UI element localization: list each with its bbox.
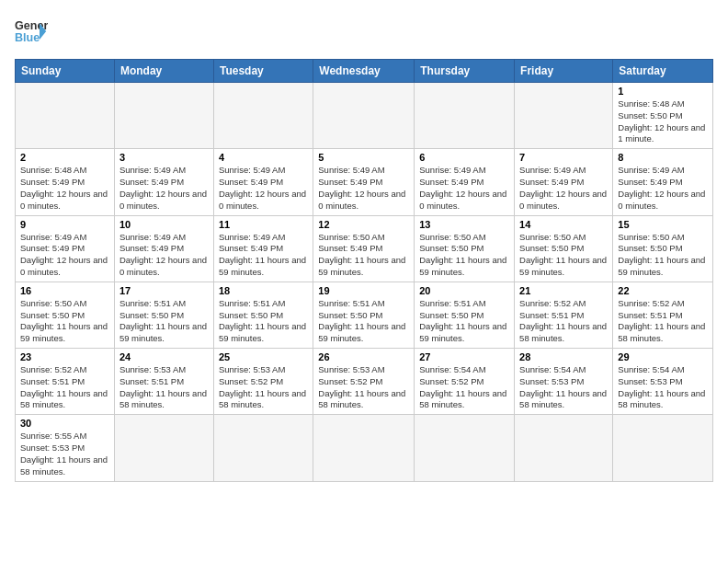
day-info: Sunrise: 5:52 AM Sunset: 5:51 PM Dayligh… xyxy=(519,298,608,345)
calendar-day-cell xyxy=(415,83,515,149)
calendar-day-cell: 27Sunrise: 5:54 AM Sunset: 5:52 PM Dayli… xyxy=(415,349,515,415)
day-info: Sunrise: 5:50 AM Sunset: 5:50 PM Dayligh… xyxy=(618,232,708,279)
calendar-day-cell xyxy=(213,415,313,481)
day-info: Sunrise: 5:51 AM Sunset: 5:50 PM Dayligh… xyxy=(318,298,409,345)
calendar-day-cell: 30Sunrise: 5:55 AM Sunset: 5:53 PM Dayli… xyxy=(16,415,115,481)
day-info: Sunrise: 5:55 AM Sunset: 5:53 PM Dayligh… xyxy=(20,431,109,477)
calendar-day-cell: 5Sunrise: 5:49 AM Sunset: 5:49 PM Daylig… xyxy=(313,149,415,215)
calendar-day-cell: 10Sunrise: 5:49 AM Sunset: 5:49 PM Dayli… xyxy=(114,215,213,282)
day-number: 18 xyxy=(219,285,308,296)
calendar-week-row: 16Sunrise: 5:50 AM Sunset: 5:50 PM Dayli… xyxy=(16,282,713,348)
day-info: Sunrise: 5:49 AM Sunset: 5:49 PM Dayligh… xyxy=(119,232,209,279)
day-info: Sunrise: 5:49 AM Sunset: 5:49 PM Dayligh… xyxy=(219,165,308,212)
day-info: Sunrise: 5:53 AM Sunset: 5:52 PM Dayligh… xyxy=(318,364,409,411)
calendar-day-cell: 20Sunrise: 5:51 AM Sunset: 5:50 PM Dayli… xyxy=(415,282,515,348)
day-info: Sunrise: 5:48 AM Sunset: 5:49 PM Dayligh… xyxy=(20,165,109,212)
day-info: Sunrise: 5:50 AM Sunset: 5:49 PM Dayligh… xyxy=(318,232,409,279)
day-number: 19 xyxy=(318,285,409,296)
day-info: Sunrise: 5:49 AM Sunset: 5:49 PM Dayligh… xyxy=(20,232,109,279)
day-info: Sunrise: 5:49 AM Sunset: 5:49 PM Dayligh… xyxy=(318,165,409,212)
day-info: Sunrise: 5:52 AM Sunset: 5:51 PM Dayligh… xyxy=(20,364,109,411)
weekday-header-cell: Wednesday xyxy=(313,60,415,83)
day-number: 16 xyxy=(20,285,109,296)
day-number: 17 xyxy=(119,285,209,296)
day-number: 22 xyxy=(618,285,708,296)
day-number: 30 xyxy=(20,418,109,429)
calendar-day-cell xyxy=(114,415,213,481)
calendar-week-row: 1Sunrise: 5:48 AM Sunset: 5:50 PM Daylig… xyxy=(16,83,713,149)
calendar-week-row: 30Sunrise: 5:55 AM Sunset: 5:53 PM Dayli… xyxy=(16,415,713,481)
calendar-day-cell xyxy=(313,83,415,149)
svg-text:Blue: Blue xyxy=(15,31,40,44)
weekday-header-cell: Thursday xyxy=(415,60,515,83)
calendar-day-cell: 14Sunrise: 5:50 AM Sunset: 5:50 PM Dayli… xyxy=(515,215,613,282)
day-info: Sunrise: 5:49 AM Sunset: 5:49 PM Dayligh… xyxy=(219,232,308,279)
day-number: 1 xyxy=(618,86,708,97)
calendar-day-cell xyxy=(515,83,613,149)
day-number: 13 xyxy=(419,219,509,230)
calendar-day-cell xyxy=(16,83,115,149)
calendar-day-cell: 25Sunrise: 5:53 AM Sunset: 5:52 PM Dayli… xyxy=(213,349,313,415)
calendar-day-cell: 6Sunrise: 5:49 AM Sunset: 5:49 PM Daylig… xyxy=(415,149,515,215)
logo-icon: General Blue xyxy=(15,15,48,48)
weekday-header-cell: Sunday xyxy=(16,60,115,83)
calendar-day-cell xyxy=(613,415,713,481)
weekday-header-cell: Tuesday xyxy=(213,60,313,83)
day-info: Sunrise: 5:54 AM Sunset: 5:52 PM Dayligh… xyxy=(419,364,509,411)
calendar-day-cell: 12Sunrise: 5:50 AM Sunset: 5:49 PM Dayli… xyxy=(313,215,415,282)
day-number: 24 xyxy=(119,351,209,362)
page-header: General Blue xyxy=(15,15,713,48)
day-number: 12 xyxy=(318,219,409,230)
calendar-week-row: 9Sunrise: 5:49 AM Sunset: 5:49 PM Daylig… xyxy=(16,215,713,282)
calendar-day-cell: 4Sunrise: 5:49 AM Sunset: 5:49 PM Daylig… xyxy=(213,149,313,215)
calendar-week-row: 2Sunrise: 5:48 AM Sunset: 5:49 PM Daylig… xyxy=(16,149,713,215)
calendar-day-cell: 3Sunrise: 5:49 AM Sunset: 5:49 PM Daylig… xyxy=(114,149,213,215)
calendar-day-cell xyxy=(313,415,415,481)
calendar-day-cell: 19Sunrise: 5:51 AM Sunset: 5:50 PM Dayli… xyxy=(313,282,415,348)
day-number: 8 xyxy=(618,152,708,163)
calendar-body: 1Sunrise: 5:48 AM Sunset: 5:50 PM Daylig… xyxy=(16,83,713,482)
day-number: 5 xyxy=(318,152,409,163)
day-info: Sunrise: 5:49 AM Sunset: 5:49 PM Dayligh… xyxy=(119,165,209,212)
calendar-day-cell xyxy=(515,415,613,481)
day-number: 4 xyxy=(219,152,308,163)
day-info: Sunrise: 5:49 AM Sunset: 5:49 PM Dayligh… xyxy=(618,165,708,212)
calendar-day-cell: 16Sunrise: 5:50 AM Sunset: 5:50 PM Dayli… xyxy=(16,282,115,348)
calendar-day-cell: 23Sunrise: 5:52 AM Sunset: 5:51 PM Dayli… xyxy=(16,349,115,415)
logo: General Blue xyxy=(15,15,48,48)
calendar-day-cell: 18Sunrise: 5:51 AM Sunset: 5:50 PM Dayli… xyxy=(213,282,313,348)
day-number: 3 xyxy=(119,152,209,163)
day-number: 21 xyxy=(519,285,608,296)
calendar-day-cell: 17Sunrise: 5:51 AM Sunset: 5:50 PM Dayli… xyxy=(114,282,213,348)
calendar-day-cell: 9Sunrise: 5:49 AM Sunset: 5:49 PM Daylig… xyxy=(16,215,115,282)
day-info: Sunrise: 5:49 AM Sunset: 5:49 PM Dayligh… xyxy=(519,165,608,212)
day-info: Sunrise: 5:52 AM Sunset: 5:51 PM Dayligh… xyxy=(618,298,708,345)
calendar-day-cell: 1Sunrise: 5:48 AM Sunset: 5:50 PM Daylig… xyxy=(613,83,713,149)
day-number: 15 xyxy=(618,219,708,230)
calendar-day-cell: 13Sunrise: 5:50 AM Sunset: 5:50 PM Dayli… xyxy=(415,215,515,282)
day-number: 2 xyxy=(20,152,109,163)
day-info: Sunrise: 5:54 AM Sunset: 5:53 PM Dayligh… xyxy=(519,364,608,411)
calendar-day-cell: 15Sunrise: 5:50 AM Sunset: 5:50 PM Dayli… xyxy=(613,215,713,282)
calendar-day-cell xyxy=(213,83,313,149)
weekday-header-cell: Saturday xyxy=(613,60,713,83)
weekday-header-cell: Friday xyxy=(515,60,613,83)
calendar-day-cell: 24Sunrise: 5:53 AM Sunset: 5:51 PM Dayli… xyxy=(114,349,213,415)
day-info: Sunrise: 5:53 AM Sunset: 5:52 PM Dayligh… xyxy=(219,364,308,411)
day-info: Sunrise: 5:50 AM Sunset: 5:50 PM Dayligh… xyxy=(20,298,109,345)
calendar-day-cell: 22Sunrise: 5:52 AM Sunset: 5:51 PM Dayli… xyxy=(613,282,713,348)
day-number: 10 xyxy=(119,219,209,230)
calendar-week-row: 23Sunrise: 5:52 AM Sunset: 5:51 PM Dayli… xyxy=(16,349,713,415)
calendar-day-cell: 8Sunrise: 5:49 AM Sunset: 5:49 PM Daylig… xyxy=(613,149,713,215)
calendar-day-cell: 26Sunrise: 5:53 AM Sunset: 5:52 PM Dayli… xyxy=(313,349,415,415)
calendar-day-cell: 29Sunrise: 5:54 AM Sunset: 5:53 PM Dayli… xyxy=(613,349,713,415)
weekday-header-row: SundayMondayTuesdayWednesdayThursdayFrid… xyxy=(16,60,713,83)
day-info: Sunrise: 5:48 AM Sunset: 5:50 PM Dayligh… xyxy=(618,98,708,145)
day-number: 14 xyxy=(519,219,608,230)
day-number: 25 xyxy=(219,351,308,362)
day-number: 23 xyxy=(20,351,109,362)
day-info: Sunrise: 5:51 AM Sunset: 5:50 PM Dayligh… xyxy=(119,298,209,345)
calendar-day-cell: 7Sunrise: 5:49 AM Sunset: 5:49 PM Daylig… xyxy=(515,149,613,215)
day-info: Sunrise: 5:50 AM Sunset: 5:50 PM Dayligh… xyxy=(419,232,509,279)
day-number: 9 xyxy=(20,219,109,230)
